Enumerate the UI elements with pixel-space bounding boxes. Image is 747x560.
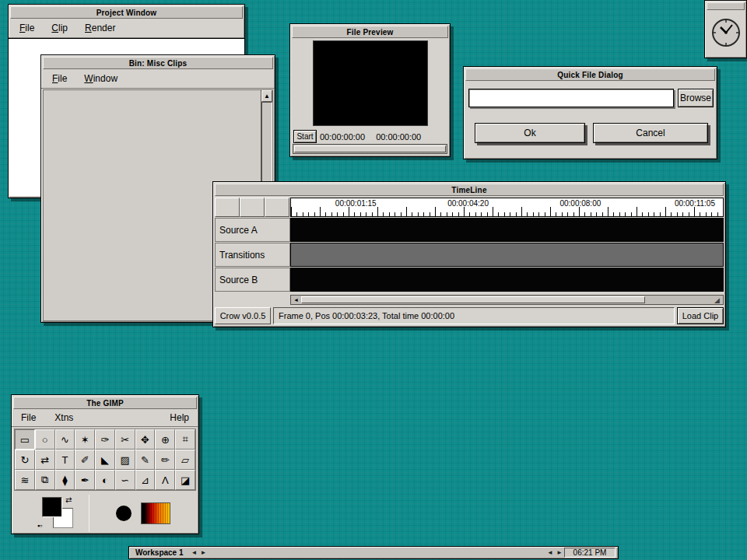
browse-button[interactable]: Browse [678,89,714,107]
project-menu-file[interactable]: File [19,23,34,33]
gimp-window: The GIMP File Xtns Help ▭ ○ ∿ ✶ ✑ ✂ ✥ ⊕ … [11,394,199,534]
color-picker-tool-icon[interactable]: ✐ [75,450,95,470]
bin-window-titlebar[interactable]: Bin: Misc Clips [43,57,273,69]
timeline-header-cell[interactable] [215,198,240,217]
bucket-fill-tool-icon[interactable]: ◣ [95,450,115,470]
gimp-toolbox: ▭ ○ ∿ ✶ ✑ ✂ ✥ ⊕ ⌗ ↻ ⇄ T ✐ ◣ ▨ ✎ ✏ ▱ ≋ ⧉ … [14,429,196,491]
default-colors-icon[interactable]: ▪▫ [37,522,42,530]
preview-seek-scrollbar[interactable] [293,144,447,154]
gimp-title: The GIMP [86,399,124,408]
free-select-tool-icon[interactable]: ∿ [55,429,75,450]
clock-window-titlebar[interactable] [707,2,745,10]
filename-input[interactable] [468,89,674,107]
timeline-header-cell[interactable] [265,198,289,217]
track-source-a[interactable] [290,218,724,242]
bin-window-title: Bin: Misc Clips [129,59,188,68]
track-label-source-a: Source A [215,218,290,242]
project-window-menubar: File Clip Render [9,19,244,38]
timeline-body: 00:00:01:15 00:00:04:20 00:00:08:00 00:0… [213,196,725,326]
pencil-tool-icon[interactable]: ✎ [135,450,156,470]
preview-seek-thumb[interactable] [294,145,446,152]
scissors-tool-icon[interactable]: ✂ [115,429,135,450]
taskbar-clock: 06:21 PM [564,548,615,558]
text-tool-icon[interactable]: T [55,450,75,470]
desktop: Project Window File Clip Render Bin: Mis… [0,0,747,560]
timeline-titlebar[interactable]: TimeLine [215,184,724,196]
paintbrush-tool-icon[interactable]: ✏ [155,450,175,470]
track-row-source-b: Source B [215,268,724,292]
project-window-title: Project Window [96,9,157,17]
timeline-window: TimeLine 00:00:01:15 00:00:04:20 00:00:0… [212,181,726,327]
ok-button[interactable]: Ok [475,123,585,143]
project-menu-render[interactable]: Render [85,23,115,33]
smudge-tool-icon[interactable]: ∽ [115,470,135,490]
ellipse-select-tool-icon[interactable]: ○ [35,429,55,450]
timeline-header-cell[interactable] [240,198,265,217]
scroll-left-icon[interactable]: ◄ [292,296,300,303]
project-window-titlebar[interactable]: Project Window [10,6,243,19]
timeline-header-cells [215,198,290,217]
flip-tool-icon[interactable]: ⇄ [35,450,55,470]
gimp-menu-xtns[interactable]: Xtns [54,412,73,423]
load-clip-button[interactable]: Load Clip [677,307,724,324]
timeline-status-bar: Crow v0.0.5 Frame 0, Pos 00:00:03:23, To… [215,307,724,324]
airbrush-tool-icon[interactable]: ≋ [15,470,35,490]
dodge-burn-tool-icon[interactable]: ◐ [95,470,115,490]
track-source-b[interactable] [290,268,724,292]
bin-menu-window[interactable]: Window [84,73,117,84]
taskbar: Workspace 1 ◄ ► ◄ ► 06:21 PM [128,546,619,559]
eraser-tool-icon[interactable]: ▱ [175,450,195,470]
ruler-tick-label: 00:00:11:05 [675,199,715,208]
track-label-source-b: Source B [215,268,290,292]
project-menu-clip[interactable]: Clip [51,23,68,33]
path-tool-icon[interactable]: Λ [155,470,175,490]
zoom-tool-icon[interactable]: ⊕ [155,429,175,450]
gradient-tool-icon[interactable]: ▨ [115,450,135,470]
track-row-transitions: Transitions [215,243,724,267]
clock-next-icon[interactable]: ► [555,549,564,556]
clone-stamp-tool-icon[interactable]: ⧉ [35,470,55,490]
workspace-label: Workspace 1 [129,548,190,557]
timeline-horizontal-scrollbar[interactable]: ◄ ◢ [290,295,724,305]
foreground-color-swatch[interactable] [42,497,62,517]
move-tool-icon[interactable]: ✥ [135,429,156,450]
bin-window-menubar: File Window [41,69,275,89]
gimp-menu-file[interactable]: File [21,412,36,423]
active-brush-icon[interactable] [116,506,132,521]
scroll-up-icon[interactable]: ▲ [261,90,272,102]
resize-grip-icon[interactable]: ◢ [712,296,722,303]
ink-tool-icon[interactable]: ✒ [75,470,95,490]
color-swatch-area: ⇄ ▪▫ [14,494,89,533]
preview-in-time: 00:00:00:00 [320,132,365,142]
cancel-button[interactable]: Cancel [593,123,708,143]
brush-select-tool-icon[interactable]: ◪ [175,470,195,490]
timeline-header-row: 00:00:01:15 00:00:04:20 00:00:08:00 00:0… [215,198,724,217]
timeline-ruler[interactable]: 00:00:01:15 00:00:04:20 00:00:08:00 00:0… [290,198,724,217]
track-transitions[interactable] [290,243,724,267]
workspace-prev-icon[interactable]: ◄ [190,549,199,556]
quick-file-dialog-titlebar[interactable]: Quick File Dialog [465,68,715,81]
crop-tool-icon[interactable]: ⌗ [175,429,195,450]
video-preview-area [313,40,428,126]
measure-tool-icon[interactable]: ⊿ [135,470,156,490]
convolve-tool-icon[interactable]: ⧫ [55,470,75,490]
clock-prev-icon[interactable]: ◄ [545,549,555,556]
gimp-menu-help[interactable]: Help [170,412,189,423]
quick-file-dialog-title: Quick File Dialog [557,71,623,79]
fuzzy-select-tool-icon[interactable]: ✶ [75,429,95,450]
transform-tool-icon[interactable]: ↻ [15,450,35,470]
bezier-select-tool-icon[interactable]: ✑ [95,429,115,450]
timeline-scrollbar-thumb[interactable] [301,296,645,303]
timeline-scroll-spacer [215,295,290,305]
track-label-transitions: Transitions [215,243,290,267]
file-preview-titlebar[interactable]: File Preview [292,26,448,38]
bin-menu-file[interactable]: File [52,73,67,84]
swap-colors-icon[interactable]: ⇄ [65,495,72,504]
rect-select-tool-icon[interactable]: ▭ [15,429,35,450]
workspace-next-icon[interactable]: ► [199,549,209,556]
gimp-titlebar[interactable]: The GIMP [13,397,197,409]
active-gradient-swatch[interactable] [141,502,170,524]
ruler-tick-label: 00:00:08:00 [559,199,601,208]
preview-controls: Start 00:00:00:00 00:00:00:00 [293,129,447,144]
start-button[interactable]: Start [293,130,317,143]
